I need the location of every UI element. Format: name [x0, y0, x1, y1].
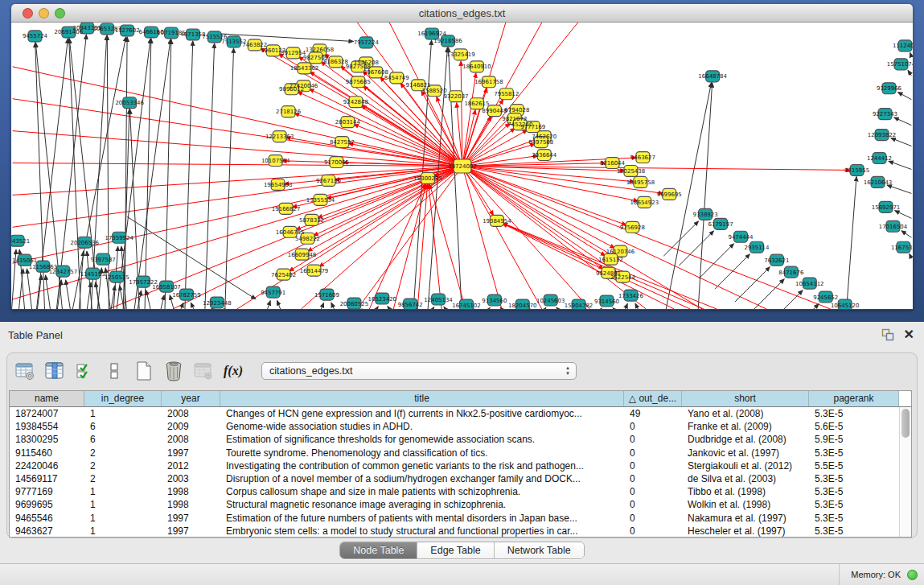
tab-edge-table[interactable]: Edge Table — [417, 542, 494, 558]
graph-node-label: 12923448 — [203, 300, 231, 307]
select-columns-icon[interactable] — [43, 360, 66, 382]
cell-title: Changes of HCN gene expression and I(f) … — [220, 407, 624, 420]
table-settings-icon[interactable] — [14, 360, 36, 382]
cell-name: 19384554 — [10, 420, 84, 433]
graph-node-label: 20060525 — [340, 301, 368, 307]
cell-out_de: 0 — [624, 472, 682, 485]
cell-year: 1997 — [162, 447, 220, 459]
table-scrollbar-thumb[interactable] — [901, 409, 910, 438]
graph-edge — [376, 307, 378, 309]
graph-edge — [134, 39, 170, 309]
graph-node-label: 6179197 — [708, 221, 733, 228]
cell-title: Investigating the contribution of common… — [220, 459, 624, 472]
memory-status-indicator[interactable] — [907, 570, 918, 580]
graph-node-label: 8912954 — [281, 50, 306, 56]
graph-edge — [901, 231, 911, 237]
delete-table-icon[interactable] — [162, 360, 185, 382]
cell-pagerank: 5.3E-5 — [809, 512, 899, 525]
cell-year: 1997 — [162, 525, 220, 538]
tab-node-table[interactable]: Node Table — [340, 542, 417, 558]
graph-edge — [545, 307, 546, 309]
graph-node-label: 19384554 — [483, 218, 511, 225]
memory-status-label: Memory: OK — [851, 570, 901, 579]
graph-node-label: 18495758 — [626, 179, 655, 186]
graph-node-label: 1733426 — [618, 293, 643, 299]
graph-node-label: 18543362 — [290, 65, 318, 72]
graph-edge — [462, 166, 766, 309]
graph-edge — [556, 307, 558, 309]
new-table-icon[interactable] — [133, 360, 155, 382]
column-header-year[interactable]: year — [162, 391, 220, 406]
graph-node-label: 1862615 — [464, 101, 489, 107]
graph-edge — [13, 166, 462, 227]
tab-network-table[interactable]: Network Table — [495, 542, 584, 558]
graph-node-label: 15692971 — [872, 204, 900, 211]
network-canvas[interactable]: 9455724206914062094319110653287132760264… — [11, 23, 913, 309]
cell-short: Dudbridge et al. (2008) — [682, 433, 809, 446]
graph-node-label: 9322037 — [443, 93, 468, 100]
graph-edge — [462, 166, 626, 225]
column-header-short[interactable]: short — [682, 391, 809, 406]
graph-edge — [698, 83, 712, 309]
cell-pagerank: 5.3E-5 — [809, 407, 899, 420]
graph-edge — [165, 39, 171, 309]
table-row[interactable]: 911546021997Tourette syndrome. Phenomeno… — [10, 447, 911, 459]
graph-edge — [503, 224, 690, 309]
network-window-titlebar[interactable]: citations_edges.txt — [11, 4, 913, 23]
cell-pagerank: 5.3E-5 — [809, 447, 899, 459]
graph-node-label: 8216044 — [600, 160, 626, 167]
cell-title: Structural magnetic resonance image aver… — [220, 498, 624, 511]
graph-node-label: 1327602 — [115, 27, 140, 34]
table-row[interactable]: 969969511998Structural magnetic resonanc… — [10, 498, 911, 511]
graph-node-label: 9455724 — [23, 33, 48, 39]
column-header-title[interactable]: title — [220, 391, 624, 406]
table-row[interactable]: 946554611997Estimation of the future num… — [10, 512, 911, 525]
graph-node-label: 9777169 — [520, 124, 545, 130]
graph-edge — [268, 301, 270, 309]
cell-short: Hescheler et al. (1997) — [682, 525, 809, 538]
graph-node-label: 7955812 — [494, 91, 519, 97]
table-row[interactable]: 1872400712008Changes of HCN gene express… — [10, 407, 911, 420]
table-row[interactable]: 946362711997Embryonic stem cells: a mode… — [10, 525, 911, 538]
cell-name: 9463627 — [10, 525, 84, 538]
float-panel-icon[interactable] — [881, 328, 894, 341]
table-row[interactable]: 1456911722003Disruption of a novel membe… — [10, 472, 911, 485]
column-header-in_degree[interactable]: in_degree — [84, 391, 162, 406]
cell-in_degree: 1 — [84, 512, 162, 525]
cell-title: Embryonic stem cells: a model to study s… — [220, 525, 624, 538]
close-panel-icon[interactable]: ✕ — [904, 329, 914, 340]
table-row[interactable]: 2242004622012Investigating the contribut… — [10, 459, 911, 472]
table-row[interactable]: 1938455462009Genome-wide association stu… — [10, 420, 911, 433]
function-builder-icon[interactable]: f(x) — [222, 360, 244, 382]
graph-node-label: 16745102 — [452, 303, 480, 309]
cell-short: Stergiakouli et al. (2012) — [682, 459, 809, 472]
graph-node-label: 19166827 — [272, 206, 300, 212]
graph-node-label: 1435061 — [12, 257, 37, 264]
table-selector-dropdown[interactable]: citations_edges.txt ▲▼ — [261, 362, 577, 380]
table-row[interactable]: 977716911998Corpus callosum shape and si… — [10, 485, 911, 498]
table-row[interactable]: 1830029562008Estimation of significance … — [10, 433, 911, 446]
cell-title: Genome-wide association studies in ADHD. — [220, 420, 624, 433]
graph-node-label: 1250515 — [105, 274, 129, 281]
merge-columns-icon[interactable] — [103, 360, 125, 382]
column-header-name[interactable]: name — [10, 391, 84, 406]
graph-node-label: 5878332 — [299, 217, 324, 224]
graph-node-label: 1145193 — [80, 271, 105, 278]
column-header-out_de[interactable]: △ out_de... — [624, 391, 682, 406]
cell-out_de: 0 — [624, 512, 682, 525]
table-scrollbar[interactable] — [899, 407, 911, 537]
graph-edge — [699, 244, 733, 278]
cell-year: 2008 — [162, 433, 220, 446]
graph-node-label: 9338923 — [693, 212, 718, 218]
validate-columns-icon[interactable] — [73, 360, 96, 382]
graph-node-label: 9267130 — [316, 178, 341, 184]
network-window-title: citations_edges.txt — [11, 7, 913, 19]
cell-pagerank: 5.6E-5 — [809, 420, 899, 433]
graph-node-label: 10025438 — [617, 168, 645, 175]
graph-edge — [489, 307, 490, 309]
network-view-window[interactable]: citations_edges.txt 94557242069140620943… — [11, 4, 913, 310]
column-header-pagerank[interactable]: pagerank — [809, 391, 899, 406]
graph-node-label: 5498222 — [295, 236, 320, 242]
graph-node-label: 1615132 — [598, 257, 623, 263]
cell-title: Disruption of a novel member of a sodium… — [220, 472, 624, 485]
